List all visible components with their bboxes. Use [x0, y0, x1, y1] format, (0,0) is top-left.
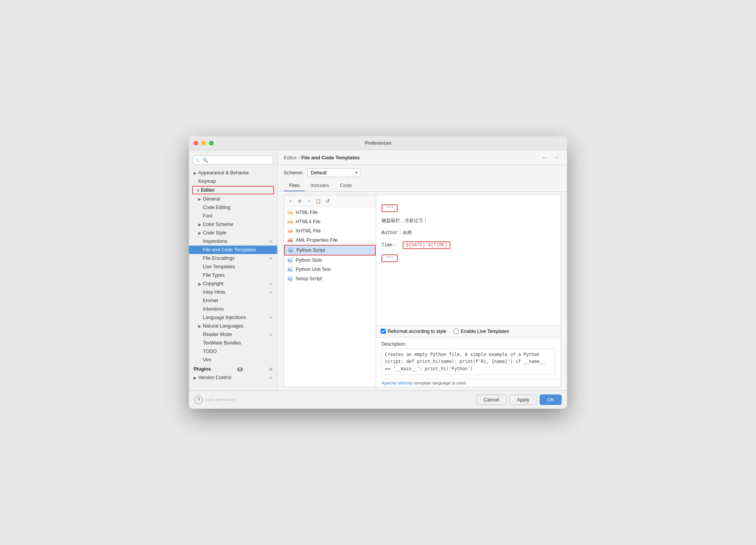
file-item-xml-properties[interactable]: XML XML Properties File: [284, 236, 376, 245]
sidebar-item-reader-mode[interactable]: Reader Mode ⚙: [189, 330, 277, 339]
sidebar-item-copyright[interactable]: ▶ Copyright ⚙: [189, 279, 277, 288]
add-template-button[interactable]: +: [286, 197, 295, 205]
arrow-icon: ▶: [194, 376, 197, 380]
sidebar-item-file-types[interactable]: File Types: [189, 271, 277, 279]
preferences-window: Preferences ▶ Appearance & Behavior Keym…: [189, 136, 567, 409]
arrow-icon: ▶: [198, 222, 201, 227]
window-title: Preferences: [365, 140, 391, 146]
bottom-bar: ? CSDN @mrho9527 Cancel Apply OK: [189, 390, 567, 409]
description-area: Description: Creates an empty Python fil…: [376, 337, 560, 379]
live-templates-checkbox[interactable]: [454, 329, 459, 334]
tabs: Files Includes Code: [278, 180, 567, 192]
sidebar-item-file-code-templates[interactable]: File and Code Templates: [189, 246, 277, 254]
settings-icon: ⚙: [269, 256, 273, 261]
sidebar-item-language-injections[interactable]: Language Injections ⚙: [189, 313, 277, 322]
sidebar-item-natural-languages[interactable]: ▶ Natural Languages: [189, 322, 277, 330]
python-stub-icon: Py: [287, 257, 293, 263]
sidebar-item-vim[interactable]: Vim: [189, 356, 277, 364]
sidebar-item-live-templates[interactable]: Live Templates: [189, 262, 277, 271]
live-templates-checkbox-label[interactable]: Enable Live Templates: [454, 329, 509, 334]
file-item-label: XML Properties File: [296, 237, 338, 243]
search-input[interactable]: [193, 155, 273, 165]
svg-text:Py: Py: [288, 259, 292, 262]
file-item-html4[interactable]: HTML HTML4 File: [284, 217, 376, 226]
bottom-actions: Cancel Apply OK: [476, 395, 562, 405]
template-editor: """ 键盘敲烂，月薪过万！ Author：余婷 Time： ${DATE} $…: [376, 195, 561, 387]
sidebar-item-inlay-hints[interactable]: Inlay Hints ⚙: [189, 288, 277, 296]
file-item-python-script[interactable]: Py Python Script: [284, 245, 376, 256]
sidebar-item-file-encodings[interactable]: File Encodings ⚙: [189, 254, 277, 262]
sidebar-item-label: Intentions: [203, 306, 224, 312]
file-list-toolbar: + ⧉ − 📋 ↺: [284, 195, 376, 207]
sidebar-item-label: File Encodings: [203, 256, 234, 261]
sidebar-item-code-editing[interactable]: Code Editing: [189, 203, 277, 212]
remove-template-button[interactable]: −: [305, 197, 313, 205]
breadcrumb-separator: ›: [298, 155, 301, 160]
window-body: ▶ Appearance & Behavior Keymap ∨ Editor …: [189, 150, 567, 390]
sidebar-item-font[interactable]: Font: [189, 212, 277, 220]
tab-files[interactable]: Files: [284, 180, 305, 191]
scheme-select-wrap: Default Project: [307, 168, 361, 177]
file-item-xhtml[interactable]: XHT XHTML File: [284, 226, 376, 236]
window-controls: [194, 141, 214, 145]
nav-back-button[interactable]: ←: [540, 154, 549, 161]
sidebar-item-appearance[interactable]: ▶ Appearance & Behavior: [189, 169, 277, 177]
sidebar-item-code-style[interactable]: ▶ Code Style: [189, 229, 277, 237]
file-item-label: Python Script: [296, 247, 325, 253]
file-item-html[interactable]: HTML HTML File: [284, 208, 376, 217]
main-header: Editor › File and Code Templates ← →: [278, 150, 567, 165]
xhtml-file-icon: XHT: [287, 228, 293, 234]
xml-file-icon: XML: [287, 237, 293, 243]
reformat-checkbox-label[interactable]: Reformat according to style: [381, 329, 446, 334]
file-item-python-unit-test[interactable]: Py Python Unit Test: [284, 265, 376, 274]
description-text: Creates an empty Python file. A simple e…: [381, 348, 555, 375]
date-time-variable: ${DATE} ${TIME}: [403, 241, 450, 249]
sidebar-item-version-control[interactable]: ▶ Version Control ⚙: [189, 373, 277, 382]
sidebar-item-label: Code Editing: [203, 205, 231, 210]
help-button[interactable]: ?: [194, 396, 203, 404]
ok-button[interactable]: OK: [540, 395, 562, 405]
tab-includes[interactable]: Includes: [305, 180, 334, 191]
file-item-label: XHTML File: [296, 228, 321, 234]
sidebar-item-label: Emmet: [203, 298, 218, 303]
sidebar-item-general[interactable]: ▶ General: [189, 195, 277, 203]
sidebar-item-editor[interactable]: ∨ Editor: [192, 186, 274, 194]
arrow-icon: ▶: [198, 282, 201, 286]
tab-code-label: Code: [340, 182, 352, 188]
code-area[interactable]: """ 键盘敲烂，月薪过万！ Author：余婷 Time： ${DATE} $…: [376, 195, 560, 325]
sidebar-item-todo[interactable]: TODO: [189, 347, 277, 356]
sidebar-item-label: Font: [203, 213, 212, 219]
file-item-setup-script[interactable]: Py Setup Script: [284, 274, 376, 283]
close-button[interactable]: [194, 141, 198, 145]
duplicate-template-button[interactable]: 📋: [314, 197, 323, 205]
sidebar-item-keymap[interactable]: Keymap: [189, 177, 277, 186]
sidebar-item-plugins[interactable]: Plugins 5 ⚙: [189, 364, 277, 373]
apply-button[interactable]: Apply: [510, 395, 537, 405]
svg-text:XHT: XHT: [288, 230, 293, 233]
sidebar-item-intentions[interactable]: Intentions: [189, 305, 277, 313]
maximize-button[interactable]: [209, 141, 214, 145]
minimize-button[interactable]: [201, 141, 206, 145]
sidebar-item-label: Color Scheme: [203, 222, 233, 227]
tab-code[interactable]: Code: [335, 180, 357, 191]
copy-template-button[interactable]: ⧉: [296, 197, 304, 205]
file-item-python-stub[interactable]: Py Python Stub: [284, 256, 376, 265]
sidebar-item-color-scheme[interactable]: ▶ Color Scheme: [189, 220, 277, 229]
revert-template-button[interactable]: ↺: [323, 197, 332, 205]
search-wrap: [193, 155, 273, 165]
sidebar-item-label: File and Code Templates: [203, 247, 256, 252]
svg-text:XML: XML: [288, 239, 293, 242]
plugins-badge: 5: [237, 367, 243, 371]
titlebar: Preferences: [189, 136, 567, 150]
sidebar-item-inspections[interactable]: Inspections ⚙: [189, 237, 277, 246]
nav-forward-button[interactable]: →: [552, 154, 561, 161]
cancel-button[interactable]: Cancel: [476, 395, 506, 405]
tab-includes-label: Includes: [310, 182, 329, 188]
apache-velocity-link[interactable]: Apache Velocity: [381, 381, 413, 385]
sidebar-item-textmate-bundles[interactable]: TextMate Bundles: [189, 339, 277, 347]
scheme-select[interactable]: Default Project: [307, 168, 361, 177]
file-item-label: Python Stub: [296, 257, 322, 263]
reformat-checkbox[interactable]: [381, 329, 386, 334]
tab-files-label: Files: [289, 182, 299, 188]
sidebar-item-emmet[interactable]: Emmet: [189, 296, 277, 305]
